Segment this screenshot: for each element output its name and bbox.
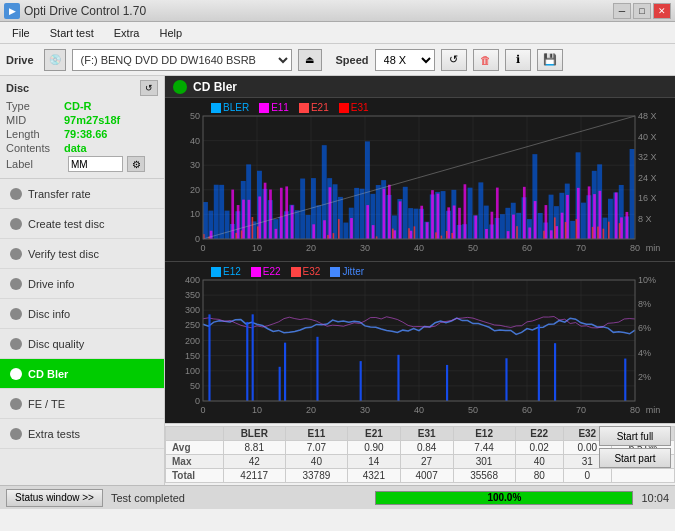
sidebar: Disc ↺ Type CD-R MID 97m27s18f Length 79… <box>0 76 165 485</box>
close-button[interactable]: ✕ <box>653 3 671 19</box>
status-window-button[interactable]: Status window >> <box>6 489 103 507</box>
bottom-legend: E12E22E32Jitter <box>205 264 370 279</box>
disc-label-input[interactable] <box>68 156 123 172</box>
status-text: Test completed <box>111 492 367 504</box>
statusbar: Status window >> Test completed 100.0% 1… <box>0 485 675 509</box>
stats-cell: 4321 <box>347 469 400 483</box>
nav-container: Transfer rateCreate test discVerify test… <box>0 179 164 449</box>
stats-cell: 40 <box>515 455 563 469</box>
sidebar-item-cd-bler[interactable]: CD Bler <box>0 359 164 389</box>
disc-length-value: 79:38.66 <box>64 128 107 140</box>
progress-text: 100.0% <box>376 492 632 504</box>
legend-item-e11: E11 <box>259 102 289 113</box>
drive-select[interactable]: (F:) BENQ DVD DD DW1640 BSRB <box>72 49 292 71</box>
nav-icon-verify-test-disc <box>10 248 22 260</box>
stats-cell: 42117 <box>223 469 285 483</box>
disc-type-label: Type <box>6 100 64 112</box>
nav-label-verify-test-disc: Verify test disc <box>28 248 99 260</box>
disc-length-row: Length 79:38.66 <box>6 128 158 140</box>
titlebar: ▶ Opti Drive Control 1.70 ─ □ ✕ <box>0 0 675 22</box>
stats-cell: 42 <box>223 455 285 469</box>
nav-icon-disc-quality <box>10 338 22 350</box>
app-icon: ▶ <box>4 3 20 19</box>
eject-button[interactable]: ⏏ <box>298 49 322 71</box>
speed-select[interactable]: 48 X <box>375 49 435 71</box>
nav-icon-disc-info <box>10 308 22 320</box>
start-full-button[interactable]: Start full <box>599 426 671 446</box>
nav-label-drive-info: Drive info <box>28 278 74 290</box>
stats-row-total: Total42117337894321400735568800 <box>166 469 675 483</box>
stats-header-e31: E31 <box>400 427 453 441</box>
stats-cell: 14 <box>347 455 400 469</box>
sidebar-item-disc-quality[interactable]: Disc quality <box>0 329 164 359</box>
minimize-button[interactable]: ─ <box>613 3 631 19</box>
stats-cell: 35568 <box>453 469 515 483</box>
save-button[interactable]: 💾 <box>537 49 563 71</box>
nav-label-extra-tests: Extra tests <box>28 428 80 440</box>
stats-area: BLERE11E21E31E12E22E32JitterAvg8.817.070… <box>165 423 675 485</box>
disc-mid-row: MID 97m27s18f <box>6 114 158 126</box>
legend-item-jitter: Jitter <box>330 266 364 277</box>
menu-file[interactable]: File <box>4 25 38 41</box>
disc-refresh-button[interactable]: ↺ <box>140 80 158 96</box>
disc-panel-title: Disc <box>6 82 29 94</box>
main-layout: Disc ↺ Type CD-R MID 97m27s18f Length 79… <box>0 76 675 485</box>
maximize-button[interactable]: □ <box>633 3 651 19</box>
disc-type-row: Type CD-R <box>6 100 158 112</box>
sidebar-item-transfer-rate[interactable]: Transfer rate <box>0 179 164 209</box>
disc-length-label: Length <box>6 128 64 140</box>
erase-button[interactable]: 🗑 <box>473 49 499 71</box>
content-area: CD Bler BLERE11E21E31 E12E22E32Jitter BL… <box>165 76 675 485</box>
start-part-button[interactable]: Start part <box>599 448 671 468</box>
disc-label-edit-button[interactable]: ⚙ <box>127 156 145 172</box>
stats-cell: 4007 <box>400 469 453 483</box>
stats-cell: 7.44 <box>453 441 515 455</box>
nav-icon-drive-info <box>10 278 22 290</box>
disc-panel-header: Disc ↺ <box>6 80 158 96</box>
stats-header- <box>166 427 224 441</box>
sidebar-item-disc-info[interactable]: Disc info <box>0 299 164 329</box>
nav-label-disc-quality: Disc quality <box>28 338 84 350</box>
disc-mid-label: MID <box>6 114 64 126</box>
legend-item-e31: E31 <box>339 102 369 113</box>
sidebar-item-fe-te[interactable]: FE / TE <box>0 389 164 419</box>
legend-item-e32: E32 <box>291 266 321 277</box>
stats-cell: 301 <box>453 455 515 469</box>
menu-help[interactable]: Help <box>151 25 190 41</box>
nav-icon-cd-bler <box>10 368 22 380</box>
titlebar-left: ▶ Opti Drive Control 1.70 <box>4 3 146 19</box>
nav-label-cd-bler: CD Bler <box>28 368 68 380</box>
top-legend: BLERE11E21E31 <box>205 100 375 115</box>
legend-item-bler: BLER <box>211 102 249 113</box>
stats-row-label: Avg <box>166 441 224 455</box>
menu-extra[interactable]: Extra <box>106 25 148 41</box>
refresh-button[interactable]: ↺ <box>441 49 467 71</box>
nav-label-create-test-disc: Create test disc <box>28 218 104 230</box>
sidebar-item-create-test-disc[interactable]: Create test disc <box>0 209 164 239</box>
menu-start-test[interactable]: Start test <box>42 25 102 41</box>
chart-title: CD Bler <box>193 80 237 94</box>
sidebar-item-verify-test-disc[interactable]: Verify test disc <box>0 239 164 269</box>
stats-header-bler: BLER <box>223 427 285 441</box>
nav-icon-fe-te <box>10 398 22 410</box>
drive-icon: 💿 <box>44 49 66 71</box>
sidebar-item-drive-info[interactable]: Drive info <box>0 269 164 299</box>
nav-icon-extra-tests <box>10 428 22 440</box>
titlebar-title: Opti Drive Control 1.70 <box>24 4 146 18</box>
disc-contents-row: Contents data <box>6 142 158 154</box>
nav-icon-transfer-rate <box>10 188 22 200</box>
stats-cell <box>611 469 674 483</box>
disc-contents-label: Contents <box>6 142 64 154</box>
nav-icon-create-test-disc <box>10 218 22 230</box>
chart-title-icon <box>173 80 187 94</box>
legend-item-e22: E22 <box>251 266 281 277</box>
top-chart-wrapper: BLERE11E21E31 <box>165 98 675 262</box>
stats-cell: 40 <box>285 455 347 469</box>
disc-label-row: Label ⚙ <box>6 156 158 172</box>
info-button[interactable]: ℹ <box>505 49 531 71</box>
sidebar-item-extra-tests[interactable]: Extra tests <box>0 419 164 449</box>
bottom-chart-wrapper: E12E22E32Jitter <box>165 262 675 423</box>
charts-container: BLERE11E21E31 E12E22E32Jitter <box>165 98 675 423</box>
stats-cell: 80 <box>515 469 563 483</box>
stats-row-label: Total <box>166 469 224 483</box>
